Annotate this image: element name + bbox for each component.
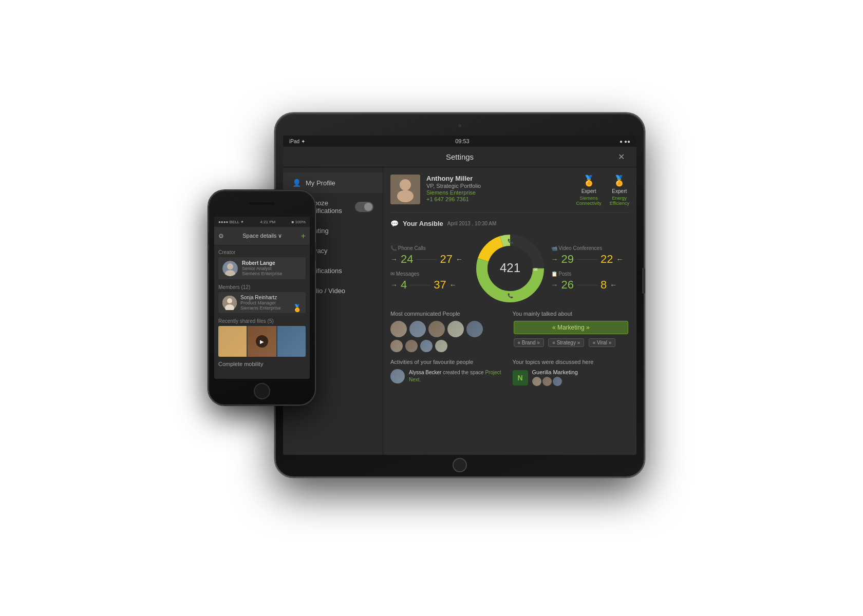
badge-label-1: Expert (581, 188, 596, 194)
talked-about-title: You mainly talked about (513, 311, 630, 317)
activity-item: Alyssa Becker created the space Project … (390, 369, 508, 383)
badge-siemens-connectivity: 🏅 Expert SiemensConnectivity (576, 175, 602, 206)
badge-icon-1: 🏅 (583, 175, 595, 187)
stat-message-numbers: → 4 37 ← (390, 278, 469, 292)
topic-faces (532, 377, 630, 386)
video-in-arrow: → (551, 255, 558, 263)
activity-person: Alyssa Becker (409, 370, 441, 375)
files-section-title: Recently shared files (5) (214, 315, 310, 326)
ipad-device: iPad ✦ 09:53 ● ●● Settings ✕ 👤 My Profi (275, 113, 645, 477)
video-out-value: 22 (601, 253, 613, 266)
phone-icon: 📞 (390, 245, 397, 251)
topic-face-1 (532, 377, 541, 386)
main-topic-tag[interactable]: « Marketing » (514, 321, 629, 334)
member-card: Sonja Reinhartz Product Manager Siemens … (218, 292, 306, 313)
space-details-label[interactable]: Space details ∨ (242, 233, 282, 239)
ipad-status-time: 09:53 (455, 138, 470, 144)
gear-icon[interactable]: ⚙ (218, 233, 224, 240)
msg-in-value: 4 (401, 278, 407, 292)
stats-left: 📞 Phone Calls → 24 27 ← (390, 245, 469, 292)
face-row-bottom (390, 340, 508, 352)
profile-company: Siemens Enterprise (426, 189, 570, 196)
stat-divider-phone (416, 259, 437, 260)
bottom-left-panel: Most communicated People (390, 311, 508, 355)
file-thumb-1 (218, 326, 247, 357)
badge-sub-2: EnergyEfficiency (610, 196, 629, 206)
ipad-main-panel: Anthony Miller VP, Strategic Portfolio S… (383, 167, 636, 455)
stat-divider-video (577, 259, 597, 260)
ansible-icon: 💬 (390, 220, 399, 227)
most-communicated-title: Most communicated People (390, 311, 508, 317)
iphone-device: ●●●● BELL ✦ 4:21 PM ■ 100% ⚙ Space detai… (208, 190, 316, 406)
snooze-toggle[interactable] (355, 202, 373, 212)
activities-title: Activities of your favourite people (390, 359, 508, 365)
add-button[interactable]: + (301, 232, 306, 241)
file-thumb-3 (277, 326, 306, 357)
badge-label-2: Expert (612, 188, 627, 194)
complete-mobility-label: Complete mobility (214, 357, 310, 369)
member-badge-icon: 🏅 (293, 304, 302, 312)
topic-tag-viral[interactable]: « Viral » (589, 338, 616, 347)
ansible-header: 💬 Your Ansible April 2013 , 10:30 AM (390, 220, 629, 227)
badge-sub-1: SiemensConnectivity (576, 196, 602, 206)
profile-phone: +1 647 296 7361 (426, 196, 570, 202)
ansible-donut-chart: 421 📞 ✉ 📞 (474, 233, 546, 304)
svg-rect-9 (400, 190, 403, 191)
ipad-status-carrier: iPad ✦ (289, 139, 305, 144)
iphone-battery: ■ 100% (291, 220, 306, 224)
stats-right: 📹 Video Conferences → 29 22 ← (551, 245, 630, 292)
creator-avatar (222, 261, 238, 276)
video-in-value: 29 (561, 253, 574, 266)
iphone-home-button[interactable] (254, 383, 270, 399)
topic-tag-brand[interactable]: « Brand » (514, 338, 544, 347)
iphone-volume-up (208, 232, 209, 245)
ipad-status-battery: ● ●● (620, 139, 630, 144)
topic-discuss-item: N Guerilla Marketing (513, 369, 630, 386)
svg-text:📞: 📞 (507, 238, 513, 244)
topic-logo: N (513, 370, 528, 386)
close-button[interactable]: ✕ (616, 151, 627, 163)
play-button[interactable]: ▶ (256, 335, 268, 348)
message-icon: ✉ (390, 271, 395, 277)
topic-info: Guerilla Marketing (532, 369, 630, 386)
iphone-volume-down (208, 250, 209, 263)
ipad-screen: iPad ✦ 09:53 ● ●● Settings ✕ 👤 My Profi (283, 136, 636, 455)
profile-avatar-img (390, 175, 420, 204)
profile-badges: 🏅 Expert SiemensConnectivity 🏅 Expert En… (576, 175, 629, 206)
stat-divider-posts (577, 285, 597, 285)
svg-point-4 (227, 298, 232, 303)
creator-info: Robert Lange Senior Analyst Siemens Ente… (242, 260, 302, 276)
video-out-arrow: ← (616, 255, 623, 263)
iphone-carrier: ●●●● BELL ✦ (218, 220, 244, 224)
msg-out-value: 37 (434, 278, 446, 292)
creator-company: Siemens Enterprise (242, 271, 302, 276)
ipad-status-right: ● ●● (620, 139, 630, 144)
svg-point-1 (227, 263, 233, 270)
face-avatar-7 (405, 340, 418, 352)
posts-out-arrow: ← (610, 281, 617, 289)
posts-out-value: 8 (601, 278, 607, 292)
phone-in-value: 24 (401, 253, 413, 266)
files-preview[interactable]: ▶ (218, 326, 306, 357)
profile-name: Anthony Miller (426, 175, 570, 182)
stat-posts-label: 📋 Posts (551, 271, 630, 277)
phone-in-arrow: → (390, 255, 398, 263)
face-avatar-3 (428, 321, 445, 337)
posts-in-value: 26 (561, 278, 574, 292)
stat-messages-label: ✉ Messages (390, 271, 469, 277)
face-avatar-4 (447, 321, 464, 337)
phone-out-arrow: ← (456, 255, 463, 263)
stat-phone-numbers: → 24 27 ← (390, 253, 469, 266)
topic-tag-strategy[interactable]: « Strategy » (548, 338, 584, 347)
face-avatar-8 (420, 340, 433, 352)
creator-name: Robert Lange (242, 260, 302, 266)
badge-icon-2: 🏅 (613, 175, 626, 187)
stat-divider-msg (410, 285, 430, 285)
stat-posts-numbers: → 26 8 ← (551, 278, 630, 292)
creator-section-title: Creator (214, 245, 310, 257)
face-avatar-6 (390, 340, 403, 352)
profile-title: VP, Strategic Portfolio (426, 183, 570, 189)
activity-face (390, 369, 405, 383)
ipad-home-button[interactable] (453, 458, 467, 472)
bottom-sections: Most communicated People (390, 311, 629, 355)
